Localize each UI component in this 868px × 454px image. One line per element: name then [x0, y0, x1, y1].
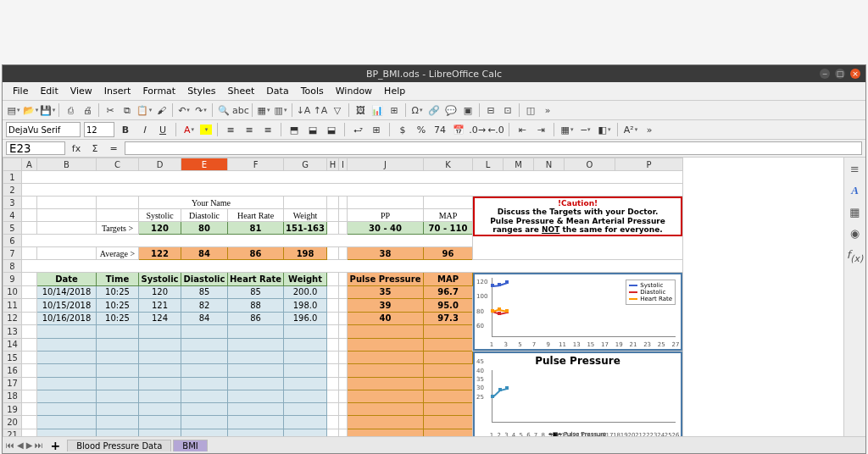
align-left-button[interactable]: ≡: [223, 122, 238, 137]
col-header[interactable]: D: [139, 158, 181, 171]
row-header[interactable]: 20: [3, 416, 22, 429]
indent-dec-button[interactable]: ⇤: [515, 122, 530, 137]
formula-input[interactable]: [125, 141, 862, 155]
col-header[interactable]: H: [327, 158, 339, 171]
spreadsheet-grid[interactable]: ABCDEFGHIJKLMNOP 1 2 3Your Name !Caution…: [3, 158, 843, 436]
chart-pulse-pressure[interactable]: Pulse Pressure ━■━ Pulse Pressure 253035…: [473, 352, 682, 436]
target-cell[interactable]: 81: [228, 222, 284, 235]
sidebar-properties-icon[interactable]: ≡: [850, 163, 860, 175]
target-cell[interactable]: 70 - 110: [424, 222, 473, 235]
print-icon[interactable]: 🖨: [80, 102, 95, 118]
spellcheck-icon[interactable]: abc: [233, 102, 248, 118]
col-header[interactable]: L: [473, 158, 504, 171]
menu-help[interactable]: Help: [379, 84, 410, 98]
target-cell[interactable]: 80: [181, 222, 228, 235]
fx-wizard-icon[interactable]: fx: [69, 141, 84, 156]
col-header[interactable]: E: [181, 158, 228, 171]
hyperlink-icon[interactable]: 🔗: [426, 102, 442, 118]
row-header[interactable]: 6: [3, 235, 22, 247]
dec-del-button[interactable]: ←.0: [488, 122, 504, 137]
tab-prev-icon[interactable]: ◀: [17, 440, 24, 450]
valign-mid-button[interactable]: ⬓: [305, 122, 320, 137]
sidebar-functions-icon[interactable]: f(x): [847, 248, 863, 264]
border-style-button[interactable]: ─: [578, 122, 593, 137]
row-icon[interactable]: ▦: [256, 102, 271, 118]
headers-icon[interactable]: ▣: [460, 102, 476, 118]
target-cell[interactable]: 151-163: [284, 222, 327, 235]
find-icon[interactable]: 🔍: [216, 102, 231, 118]
tab-first-icon[interactable]: ⏮: [6, 440, 14, 450]
close-button[interactable]: ×: [850, 69, 860, 79]
corner-cell[interactable]: [3, 158, 22, 171]
menu-styles[interactable]: Styles: [182, 84, 220, 98]
indent-inc-button[interactable]: ⇥: [533, 122, 548, 137]
currency-button[interactable]: $: [395, 122, 410, 137]
menu-window[interactable]: Window: [331, 84, 377, 98]
export-pdf-icon[interactable]: ⎙: [63, 102, 78, 118]
row-header[interactable]: 5: [3, 222, 22, 235]
new-doc-icon[interactable]: ▤: [6, 102, 21, 118]
menu-sheet[interactable]: Sheet: [223, 84, 260, 98]
col-header[interactable]: C: [97, 158, 139, 171]
col-header[interactable]: J: [348, 158, 424, 171]
row-header[interactable]: 17: [3, 377, 22, 390]
menu-view[interactable]: View: [65, 84, 97, 98]
row-header[interactable]: 10: [3, 285, 22, 299]
merge-button[interactable]: ⊞: [369, 122, 384, 137]
valign-bot-button[interactable]: ⬓: [324, 122, 339, 137]
col-header[interactable]: M: [504, 158, 534, 171]
more2-icon[interactable]: »: [642, 122, 657, 137]
paste-icon[interactable]: 📋: [136, 102, 152, 118]
target-cell[interactable]: 30 - 40: [348, 222, 424, 235]
col-header[interactable]: F: [228, 158, 284, 171]
row-header[interactable]: 19: [3, 403, 22, 416]
pivot-icon[interactable]: ⊞: [387, 102, 402, 118]
row-header[interactable]: 12: [3, 312, 22, 325]
row-header[interactable]: 8: [3, 260, 22, 273]
open-icon[interactable]: 📂: [23, 102, 38, 118]
col-header[interactable]: B: [37, 158, 97, 171]
valign-top-button[interactable]: ⬒: [287, 122, 302, 137]
sort-desc-icon[interactable]: ↑A: [313, 102, 328, 118]
clone-format-icon[interactable]: 🖌: [153, 102, 169, 118]
col-header[interactable]: K: [424, 158, 473, 171]
border-color-button[interactable]: ◧: [597, 122, 612, 137]
equals-icon[interactable]: =: [106, 141, 121, 156]
dec-add-button[interactable]: .0→: [470, 122, 485, 137]
chart-icon[interactable]: 📊: [370, 102, 385, 118]
font-color-button[interactable]: A: [181, 122, 197, 137]
row-header[interactable]: 15: [3, 352, 22, 364]
minimize-button[interactable]: ‒: [820, 69, 830, 79]
sort-asc-icon[interactable]: ↓A: [296, 102, 311, 118]
cond-format-button[interactable]: A²: [623, 122, 638, 137]
chart-vitals[interactable]: Systolic Diastolic Heart Rate 6080100120…: [473, 273, 682, 351]
redo-icon[interactable]: ↷: [193, 102, 209, 118]
col-header[interactable]: A: [22, 158, 37, 171]
sheet-tab[interactable]: BMI: [173, 440, 207, 451]
sidebar-navigator-icon[interactable]: ◉: [850, 227, 860, 240]
col-header[interactable]: N: [534, 158, 565, 171]
menu-format[interactable]: Format: [137, 84, 181, 98]
highlight-button[interactable]: [200, 125, 212, 135]
col-header[interactable]: O: [565, 158, 615, 171]
sidebar-styles-icon[interactable]: A: [851, 184, 859, 197]
col-header[interactable]: G: [284, 158, 327, 171]
col-header[interactable]: P: [615, 158, 683, 171]
row-header[interactable]: 18: [3, 390, 22, 402]
row-header[interactable]: 21: [3, 429, 22, 436]
menu-tools[interactable]: Tools: [296, 84, 329, 98]
row-header[interactable]: 14: [3, 338, 22, 352]
undo-icon[interactable]: ↶: [176, 102, 192, 118]
target-cell[interactable]: 120: [139, 222, 181, 235]
more-icon[interactable]: »: [540, 102, 555, 118]
image-icon[interactable]: 🖼: [353, 102, 368, 118]
special-char-icon[interactable]: Ω: [409, 102, 425, 118]
maximize-button[interactable]: □: [835, 69, 845, 79]
row-header[interactable]: 1: [3, 171, 22, 184]
split-icon[interactable]: ⊡: [500, 102, 515, 118]
align-right-button[interactable]: ≡: [260, 122, 275, 137]
percent-button[interactable]: %: [414, 122, 429, 137]
tab-next-icon[interactable]: ▶: [26, 440, 33, 450]
name-box[interactable]: [6, 141, 65, 155]
menu-edit[interactable]: Edit: [35, 84, 63, 98]
